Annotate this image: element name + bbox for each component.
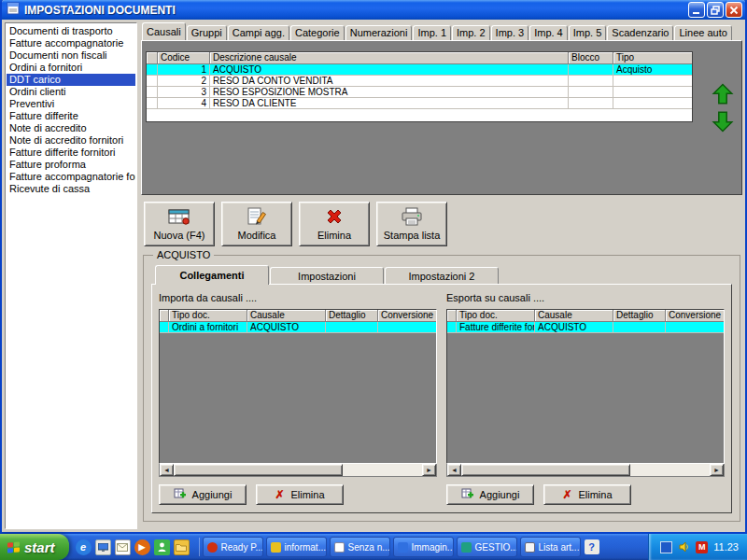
tab-campi-agg[interactable]: Campi agg. bbox=[228, 25, 289, 40]
sidebar-item-documenti-non-fiscali[interactable]: Documenti non fiscali bbox=[7, 49, 135, 62]
scrollbar-track[interactable] bbox=[174, 464, 422, 476]
close-button[interactable] bbox=[726, 2, 742, 18]
internet-explorer-icon[interactable]: e bbox=[76, 539, 92, 555]
task-senza-nome[interactable]: Senza n... bbox=[330, 537, 390, 557]
sidebar-item-ordini-clienti[interactable]: Ordini clienti bbox=[7, 86, 135, 98]
sidebar-item-note-di-accredito-fornitori[interactable]: Note di accredito fornitori bbox=[7, 134, 135, 147]
task-immagini[interactable]: Immagin... bbox=[393, 537, 454, 557]
column-header-dettaglio[interactable]: Dettaglio bbox=[613, 310, 666, 322]
window-controls bbox=[688, 2, 742, 18]
tab-imp-3[interactable]: Imp. 3 bbox=[491, 25, 529, 40]
column-header-causale[interactable]: Causale bbox=[247, 310, 326, 322]
table-row[interactable]: 3 RESO ESPOSIZIONE MOSTRA bbox=[147, 87, 692, 98]
tab-imp-2[interactable]: Imp. 2 bbox=[452, 25, 490, 40]
import-delete-button[interactable]: ✗ Elimina bbox=[256, 484, 344, 505]
tab-causali[interactable]: Causali bbox=[142, 22, 186, 40]
column-header-tipo[interactable]: Tipo bbox=[613, 52, 692, 64]
scrollbar-thumb[interactable] bbox=[174, 464, 343, 476]
show-desktop-icon[interactable] bbox=[95, 539, 111, 555]
sidebar-item-ricevute-di-cassa[interactable]: Ricevute di cassa bbox=[7, 183, 135, 195]
new-button[interactable]: Nuova (F4) bbox=[144, 202, 215, 246]
tab-gruppi[interactable]: Gruppi bbox=[187, 25, 227, 40]
column-header-conversione[interactable]: Conversione bbox=[378, 310, 436, 322]
red-x-icon: ✗ bbox=[275, 489, 284, 500]
move-down-button[interactable] bbox=[711, 109, 735, 133]
sidebar-item-fatture-accompagnatorie-fornitori[interactable]: Fatture accompagnatorie fornitori bbox=[7, 171, 135, 183]
sidebar-item-documenti-di-trasporto[interactable]: Documenti di trasporto bbox=[7, 25, 135, 37]
my-documents-icon[interactable] bbox=[174, 539, 190, 555]
minimize-button[interactable] bbox=[688, 2, 705, 18]
edit-button[interactable]: Modifica bbox=[221, 202, 292, 246]
export-add-button[interactable]: Aggiungi bbox=[446, 484, 534, 505]
tab-imp-4[interactable]: Imp. 4 bbox=[529, 25, 568, 40]
sidebar-item-preventivi[interactable]: Preventivi bbox=[7, 98, 135, 110]
table-row[interactable]: 1 ACQUISTO Acquisto bbox=[147, 64, 692, 76]
scrollbar-thumb[interactable] bbox=[461, 464, 630, 476]
media-player-icon[interactable]: ▶ bbox=[134, 539, 150, 555]
table-row[interactable]: 4 RESO DA CLIENTE bbox=[147, 98, 692, 109]
messenger-icon[interactable] bbox=[154, 539, 170, 555]
tab-linee-auto[interactable]: Linee auto bbox=[674, 25, 731, 40]
start-button[interactable]: start bbox=[0, 534, 69, 560]
task-lista-articoli[interactable]: Lista art... bbox=[520, 537, 581, 557]
column-header-causale[interactable]: Causale bbox=[535, 310, 613, 322]
msn-alert-icon[interactable]: M bbox=[696, 541, 708, 553]
acquisto-groupbox: ACQUISTO Collegamenti Impostazioni Impos… bbox=[143, 255, 740, 522]
scroll-right-button[interactable]: ► bbox=[422, 464, 436, 476]
import-panel-title: Importa da causali .... bbox=[159, 292, 437, 306]
column-header-tipo-doc[interactable]: Tipo doc. bbox=[169, 310, 247, 322]
help-icon[interactable]: ? bbox=[585, 539, 599, 554]
column-header-codice[interactable]: Codice bbox=[158, 52, 210, 64]
table-row[interactable]: Ordini a fornitori ACQUISTO bbox=[160, 322, 436, 333]
main-content: Causali Gruppi Campi agg. Categorie Nume… bbox=[141, 22, 742, 529]
column-header-conversione[interactable]: Conversione bbox=[666, 310, 724, 322]
window-title: IMPOSTAZIONI DOCUMENTI bbox=[24, 4, 176, 17]
tab-categorie[interactable]: Categorie bbox=[290, 25, 345, 40]
column-header-tipo-doc[interactable]: Tipo doc. bbox=[457, 310, 535, 322]
sidebar-item-fatture-accompagnatorie[interactable]: Fatture accompagnatorie bbox=[7, 37, 135, 49]
tab-impostazioni-2[interactable]: Impostazioni 2 bbox=[385, 267, 499, 285]
sidebar-item-fatture-proforma[interactable]: Fatture proforma bbox=[7, 159, 135, 171]
tab-scadenzario[interactable]: Scadenzario bbox=[607, 25, 673, 40]
sidebar-item-fatture-differite[interactable]: Fatture differite bbox=[7, 110, 135, 122]
delete-button[interactable]: Elimina bbox=[299, 202, 370, 246]
import-add-button[interactable]: Aggiungi bbox=[159, 484, 247, 505]
column-header-blocco[interactable]: Blocco bbox=[569, 52, 613, 64]
export-delete-button[interactable]: ✗ Elimina bbox=[543, 484, 631, 505]
tab-numerazioni[interactable]: Numerazioni bbox=[345, 25, 413, 40]
sidebar-item-note-di-accredito[interactable]: Note di accredito bbox=[7, 122, 135, 134]
titlebar[interactable]: IMPOSTAZIONI DOCUMENTI bbox=[2, 0, 745, 20]
export-grid: Tipo doc. Causale Dettaglio Conversione … bbox=[446, 309, 725, 464]
table-row[interactable]: Fatture differite for... ACQUISTO bbox=[447, 322, 724, 333]
column-header-descrizione-causale[interactable]: Descrizione causale bbox=[210, 52, 569, 64]
task-ready-pro[interactable]: Ready P... bbox=[203, 537, 263, 557]
export-panel-buttons: Aggiungi ✗ Elimina bbox=[446, 484, 725, 505]
task-gestionale[interactable]: GESTIO... bbox=[457, 537, 517, 557]
sidebar-item-ddt-carico[interactable]: DDT carico bbox=[7, 74, 135, 86]
tab-imp-5[interactable]: Imp. 5 bbox=[569, 25, 607, 40]
print-list-button[interactable]: Stampa lista bbox=[376, 202, 447, 246]
scroll-left-button[interactable]: ◄ bbox=[160, 464, 174, 476]
outlook-mail-icon[interactable] bbox=[115, 539, 131, 555]
task-icon bbox=[398, 542, 408, 553]
column-header-dettaglio[interactable]: Dettaglio bbox=[326, 310, 378, 322]
tab-imp-1[interactable]: Imp. 1 bbox=[413, 25, 451, 40]
tab-impostazioni[interactable]: Impostazioni bbox=[270, 267, 384, 285]
tab-collegamenti[interactable]: Collegamenti bbox=[155, 265, 269, 285]
restore-button[interactable] bbox=[707, 2, 724, 18]
scrollbar-track[interactable] bbox=[461, 464, 710, 476]
volume-icon[interactable] bbox=[678, 541, 690, 553]
printer-icon bbox=[401, 207, 423, 228]
main-tabstrip: Causali Gruppi Campi agg. Categorie Nume… bbox=[141, 22, 742, 40]
scroll-left-button[interactable]: ◄ bbox=[447, 464, 461, 476]
table-row[interactable]: 2 RESO DA CONTO VENDITA bbox=[147, 76, 692, 87]
network-icon[interactable] bbox=[660, 541, 672, 553]
sidebar-item-fatture-differite-fornitori[interactable]: Fatture differite fornitori bbox=[7, 147, 135, 159]
task-informat[interactable]: informat... bbox=[266, 537, 327, 557]
sidebar-item-ordini-a-fornitori[interactable]: Ordini a fornitori bbox=[7, 62, 135, 74]
detail-tabstrip: Collegamenti Impostazioni Impostazioni 2 bbox=[151, 267, 732, 285]
export-panel: Esporta su causali .... Tipo doc. Causal… bbox=[446, 292, 725, 505]
task-icon bbox=[271, 542, 281, 553]
scroll-right-button[interactable]: ► bbox=[710, 464, 724, 476]
move-up-button[interactable] bbox=[711, 82, 735, 105]
